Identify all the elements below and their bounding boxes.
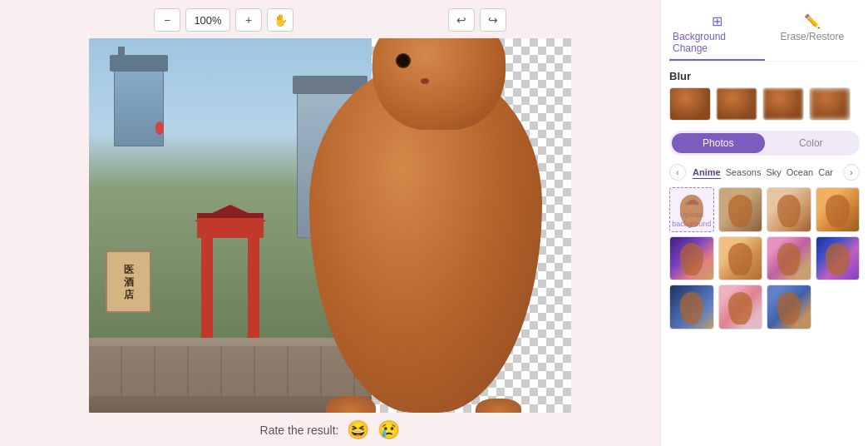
zoom-in-button[interactable]: +	[235, 8, 262, 32]
toolbar: − 100% + ✋ ↩ ↪	[154, 8, 506, 32]
blur-level-3[interactable]	[809, 87, 851, 121]
photos-toggle-button[interactable]: Photos	[672, 133, 765, 153]
drag-tool-button[interactable]: ✋	[267, 8, 293, 32]
upload-icon: ☁	[684, 191, 699, 209]
category-anime[interactable]: Anime	[693, 166, 721, 179]
color-toggle-button[interactable]: Color	[765, 133, 858, 153]
photo-row3-1[interactable]	[669, 285, 714, 330]
rating-bar: Rate the result: 😆 😢	[260, 419, 401, 441]
tab-background-change-label: Background Change	[673, 31, 762, 54]
photo-row2-1[interactable]	[669, 236, 714, 281]
tab-bar: ⊞ Background Change ✏️ Erase/Restore	[669, 8, 860, 62]
zoom-level: 100%	[185, 8, 230, 32]
photo-row3-3[interactable]	[767, 285, 811, 330]
category-scroll-left[interactable]: ‹	[669, 164, 686, 181]
canvas-wrapper: ‹	[89, 38, 571, 413]
upload-label: Upload background	[670, 211, 713, 229]
blur-section: Blur	[669, 70, 860, 131]
rabbit-subject	[280, 38, 571, 413]
photo-anime-2[interactable]	[767, 187, 811, 232]
photo-anime-3[interactable]	[816, 187, 861, 232]
zoom-out-button[interactable]: −	[154, 8, 180, 32]
undo-redo-group: ↩ ↪	[448, 8, 506, 32]
photo-row3-2[interactable]	[718, 285, 763, 330]
category-bar: ‹ Anime Seasons Sky Ocean Car Flow ›	[669, 164, 860, 181]
undo-button[interactable]: ↩	[448, 8, 475, 32]
photo-anime-1[interactable]	[718, 187, 763, 232]
redo-button[interactable]: ↪	[480, 8, 506, 32]
rate-result-label: Rate the result:	[260, 424, 339, 437]
category-car[interactable]: Car	[818, 166, 833, 179]
category-seasons[interactable]: Seasons	[726, 166, 762, 179]
canvas-area: − 100% + ✋ ↩ ↪ ‹	[0, 0, 660, 446]
photo-row2-2[interactable]	[718, 236, 763, 281]
blur-thumbnails	[669, 87, 860, 121]
blur-level-0[interactable]	[669, 87, 711, 121]
photo-grid: ☁ Upload background	[669, 187, 860, 330]
happy-rating-button[interactable]: 😆	[347, 419, 369, 441]
blur-level-2[interactable]	[762, 87, 804, 121]
category-sky[interactable]: Sky	[766, 166, 781, 179]
blur-section-title: Blur	[669, 70, 860, 82]
erase-restore-icon: ✏️	[804, 13, 821, 29]
category-scroll-right[interactable]: ›	[843, 164, 860, 181]
sad-rating-button[interactable]: 😢	[377, 419, 400, 441]
category-ocean[interactable]: Ocean	[787, 166, 813, 179]
blur-level-1[interactable]	[716, 87, 757, 121]
tab-erase-restore[interactable]: ✏️ Erase/Restore	[765, 8, 861, 61]
background-change-icon: ⊞	[712, 13, 723, 29]
photo-row2-3[interactable]	[767, 236, 811, 281]
tab-erase-restore-label: Erase/Restore	[780, 31, 844, 42]
photo-row2-4[interactable]	[816, 236, 861, 281]
upload-background-button[interactable]: ☁ Upload background	[669, 187, 714, 232]
right-panel: ⊞ Background Change ✏️ Erase/Restore Blu…	[660, 0, 868, 446]
tab-background-change[interactable]: ⊞ Background Change	[669, 8, 765, 61]
photos-color-toggle: Photos Color	[669, 131, 860, 156]
category-tabs: Anime Seasons Sky Ocean Car Flow	[693, 166, 836, 179]
